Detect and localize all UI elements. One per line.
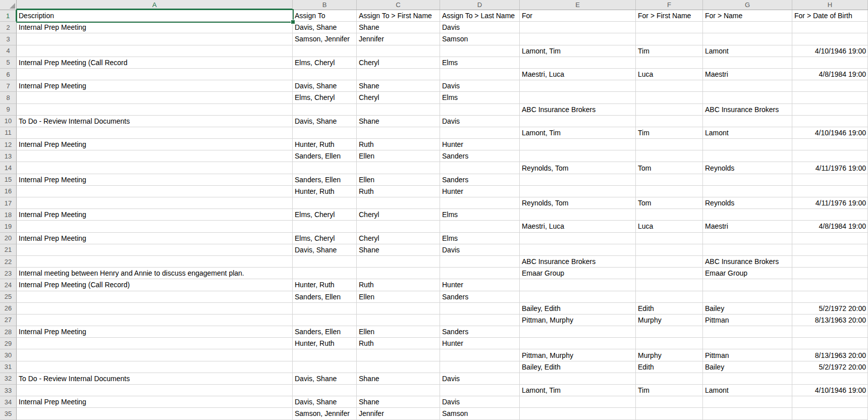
cell-E27[interactable]: Pittman, Murphy: [520, 314, 636, 326]
cell-G33[interactable]: Lamont: [703, 385, 792, 396]
cell-A35[interactable]: [17, 408, 293, 419]
cell-F20[interactable]: [636, 233, 703, 244]
cell-H23[interactable]: [792, 268, 868, 279]
cell-F5[interactable]: [636, 57, 703, 69]
cell-A31[interactable]: [17, 361, 293, 373]
cell-G30[interactable]: Pittman: [703, 349, 792, 361]
cell-H19[interactable]: 4/8/1984 19:00: [792, 221, 868, 232]
cell-B30[interactable]: [293, 349, 357, 361]
column-header-B[interactable]: B: [293, 0, 357, 10]
cell-G23[interactable]: Emaar Group: [703, 268, 792, 279]
cell-C22[interactable]: [357, 256, 440, 268]
row-header-1[interactable]: 1: [0, 10, 17, 22]
column-header-H[interactable]: H: [792, 0, 868, 10]
cell-B4[interactable]: [293, 45, 357, 57]
cell-F25[interactable]: [636, 291, 703, 303]
cell-E19[interactable]: Maestri, Luca: [520, 221, 636, 232]
cell-G22[interactable]: ABC Insurance Brokers: [703, 256, 792, 268]
cell-H2[interactable]: [792, 22, 868, 33]
cell-D18[interactable]: Elms: [440, 209, 520, 221]
cell-D34[interactable]: Davis: [440, 396, 520, 408]
cell-B31[interactable]: [293, 361, 357, 373]
cell-E18[interactable]: [520, 209, 636, 221]
cell-A6[interactable]: [17, 69, 293, 80]
row-header-19[interactable]: 19: [0, 221, 17, 232]
cell-D6[interactable]: [440, 69, 520, 80]
cell-A20[interactable]: Internal Prep Meeting: [17, 233, 293, 244]
row-header-11[interactable]: 11: [0, 127, 17, 139]
cell-B3[interactable]: Samson, Jennifer: [293, 33, 357, 45]
cell-C31[interactable]: [357, 361, 440, 373]
cell-C12[interactable]: Ruth: [357, 139, 440, 150]
column-header-A[interactable]: A: [17, 0, 293, 10]
cell-C34[interactable]: Shane: [357, 396, 440, 408]
cell-C6[interactable]: [357, 69, 440, 80]
cell-H13[interactable]: [792, 150, 868, 162]
cell-A5[interactable]: Internal Prep Meeting (Call Record: [17, 57, 293, 69]
cell-B25[interactable]: Sanders, Ellen: [293, 291, 357, 303]
cell-A4[interactable]: [17, 45, 293, 57]
row-header-34[interactable]: 34: [0, 396, 17, 408]
cell-C10[interactable]: Shane: [357, 116, 440, 127]
row-header-5[interactable]: 5: [0, 57, 17, 69]
cell-B34[interactable]: Davis, Shane: [293, 396, 357, 408]
cell-D35[interactable]: Samson: [440, 408, 520, 419]
cell-D16[interactable]: Hunter: [440, 186, 520, 197]
cell-H15[interactable]: [792, 174, 868, 186]
cell-A10[interactable]: To Do - Review Internal Documents: [17, 116, 293, 127]
cell-B10[interactable]: Davis, Shane: [293, 116, 357, 127]
cell-F15[interactable]: [636, 174, 703, 186]
cell-D13[interactable]: Sanders: [440, 150, 520, 162]
cell-A30[interactable]: [17, 349, 293, 361]
cell-C19[interactable]: [357, 221, 440, 232]
cell-A22[interactable]: [17, 256, 293, 268]
cell-D22[interactable]: [440, 256, 520, 268]
cell-D31[interactable]: [440, 361, 520, 373]
row-header-13[interactable]: 13: [0, 150, 17, 162]
cell-D28[interactable]: Sanders: [440, 326, 520, 338]
row-header-26[interactable]: 26: [0, 303, 17, 314]
row-header-4[interactable]: 4: [0, 45, 17, 57]
row-header-16[interactable]: 16: [0, 186, 17, 197]
cell-A12[interactable]: Internal Prep Meeting: [17, 139, 293, 150]
cell-E22[interactable]: ABC Insurance Brokers: [520, 256, 636, 268]
cell-G5[interactable]: [703, 57, 792, 69]
cell-F18[interactable]: [636, 209, 703, 221]
cell-H1[interactable]: For > Date of Birth: [792, 10, 868, 22]
row-header-10[interactable]: 10: [0, 116, 17, 127]
cell-E7[interactable]: [520, 80, 636, 92]
cell-G18[interactable]: [703, 209, 792, 221]
cell-G13[interactable]: [703, 150, 792, 162]
fill-handle[interactable]: [291, 20, 295, 24]
row-header-30[interactable]: 30: [0, 349, 17, 361]
cell-D23[interactable]: [440, 268, 520, 279]
cell-G16[interactable]: [703, 186, 792, 197]
cell-B8[interactable]: Elms, Cheryl: [293, 92, 357, 103]
cell-B11[interactable]: [293, 127, 357, 139]
row-header-33[interactable]: 33: [0, 385, 17, 396]
cell-A32[interactable]: To Do - Review Internal Documents: [17, 373, 293, 385]
cell-G4[interactable]: Lamont: [703, 45, 792, 57]
cell-B22[interactable]: [293, 256, 357, 268]
cell-E11[interactable]: Lamont, Tim: [520, 127, 636, 139]
cell-F24[interactable]: [636, 279, 703, 291]
cell-C23[interactable]: [357, 268, 440, 279]
cell-D26[interactable]: [440, 303, 520, 314]
cell-C4[interactable]: [357, 45, 440, 57]
cell-E6[interactable]: Maestri, Luca: [520, 69, 636, 80]
cell-E12[interactable]: [520, 139, 636, 150]
cell-E14[interactable]: Reynolds, Tom: [520, 162, 636, 174]
cell-F16[interactable]: [636, 186, 703, 197]
cell-C13[interactable]: Ellen: [357, 150, 440, 162]
cell-H6[interactable]: 4/8/1984 19:00: [792, 69, 868, 80]
cell-H10[interactable]: [792, 116, 868, 127]
cell-C35[interactable]: Jennifer: [357, 408, 440, 419]
cell-H34[interactable]: [792, 396, 868, 408]
cell-D7[interactable]: Davis: [440, 80, 520, 92]
cell-H24[interactable]: [792, 279, 868, 291]
cell-H16[interactable]: [792, 186, 868, 197]
cell-F30[interactable]: Murphy: [636, 349, 703, 361]
row-header-9[interactable]: 9: [0, 104, 17, 116]
cell-A28[interactable]: Internal Prep Meeting: [17, 326, 293, 338]
cell-A26[interactable]: [17, 303, 293, 314]
